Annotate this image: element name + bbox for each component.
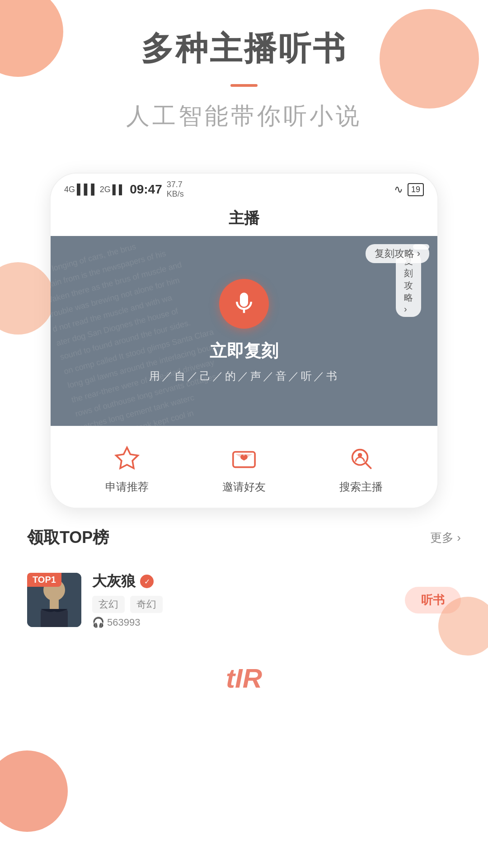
action-recommend[interactable]: 申请推荐 — [105, 443, 149, 494]
status-right: ∿ 19 — [394, 183, 424, 196]
verified-icon: ✓ — [140, 575, 154, 588]
top-badge: TOP1 — [27, 573, 61, 587]
top-avatar-wrapper: TOP1 — [27, 573, 81, 627]
bottom-area: tIR — [0, 656, 488, 701]
recommend-label: 申请推荐 — [105, 480, 149, 494]
svg-rect-6 — [41, 609, 68, 627]
hero-title: 多种主播听书 — [0, 27, 488, 71]
svg-point-3 — [357, 453, 362, 458]
action-row: 申请推荐 邀请好友 — [51, 426, 437, 508]
network-label: 4G — [64, 185, 75, 194]
status-left: 4G ▌▌▌ 2G ▌▌ 09:47 37.7KB/s — [64, 180, 184, 199]
status-time: 09:47 — [130, 182, 162, 197]
action-invite[interactable]: 邀请好友 — [222, 443, 266, 494]
headphone-icon: 🎧 — [92, 617, 104, 628]
hero-divider — [230, 84, 258, 87]
heart-envelope-icon-wrapper — [228, 443, 260, 474]
microphone-icon — [232, 292, 256, 316]
tag-qihuan: 奇幻 — [130, 596, 163, 613]
strategy-badge-pos[interactable]: 复刻攻略 › — [366, 244, 429, 263]
strategy-label: 复刻攻略 › — [375, 247, 420, 260]
battery-level: 19 — [411, 185, 420, 194]
hero-section: 多种主播听书 人工智能带你听小说 — [0, 0, 488, 150]
status-bar: 4G ▌▌▌ 2G ▌▌ 09:47 37.7KB/s ∿ 19 — [51, 174, 437, 203]
mic-button[interactable] — [219, 279, 269, 329]
section-title: 领取TOP榜 — [27, 527, 109, 549]
tir-text: tIR — [226, 663, 262, 694]
top-name-row: 大灰狼 ✓ — [92, 571, 394, 591]
top-info: 大灰狼 ✓ 玄幻 奇幻 🎧 563993 — [92, 571, 394, 628]
top-tags: 玄幻 奇幻 — [92, 596, 394, 613]
top-list-item: TOP1 大灰狼 ✓ — [27, 562, 461, 637]
signal-2g-icon: ▌▌ — [113, 184, 125, 195]
listen-count: 🎧 563993 — [92, 617, 394, 628]
banner-main-text: 立即复刻 — [210, 340, 278, 363]
action-search[interactable]: 搜索主播 — [339, 443, 383, 494]
search-broadcaster-icon — [348, 445, 374, 472]
signal-icon: ▌▌▌ — [77, 184, 98, 195]
star-icon-wrapper — [111, 443, 143, 474]
wifi-icon: ∿ — [394, 183, 403, 196]
network-2g: 2G — [100, 185, 111, 194]
search-label: 搜索主播 — [339, 480, 383, 494]
top-name: 大灰狼 — [92, 571, 136, 591]
invite-label: 邀请好友 — [222, 480, 266, 494]
app-page-title: 主播 — [51, 203, 437, 236]
heart-envelope-icon — [231, 445, 257, 472]
star-icon — [114, 445, 140, 472]
hero-subtitle: 人工智能带你听小说 — [0, 100, 488, 132]
banner-area[interactable]: Old longing of cars, the brus Again from… — [51, 236, 437, 426]
search-broadcaster-icon-wrapper — [345, 443, 377, 474]
banner-overlay: 复刻攻略 › 立即复刻 用／自／己／的／声／音／听／书 — [51, 236, 437, 426]
tag-xuanhuan: 玄幻 — [92, 596, 125, 613]
battery-indicator: 19 — [408, 183, 424, 196]
listen-button[interactable]: 听书 — [405, 587, 461, 613]
phone-mockup: 4G ▌▌▌ 2G ▌▌ 09:47 37.7KB/s ∿ 19 主播 Old … — [50, 173, 438, 509]
svg-rect-7 — [50, 600, 59, 610]
banner-sub-text: 用／自／己／的／声／音／听／书 — [149, 369, 339, 383]
section-below: 领取TOP榜 更多 › TOP1 — [0, 527, 488, 656]
listen-count-value: 563993 — [107, 617, 140, 628]
section-more[interactable]: 更多 › — [430, 530, 461, 546]
status-speed: 37.7KB/s — [167, 180, 184, 199]
section-header: 领取TOP榜 更多 › — [27, 527, 461, 549]
svg-line-2 — [366, 463, 371, 468]
phone-wrapper: 4G ▌▌▌ 2G ▌▌ 09:47 37.7KB/s ∿ 19 主播 Old … — [27, 173, 461, 509]
